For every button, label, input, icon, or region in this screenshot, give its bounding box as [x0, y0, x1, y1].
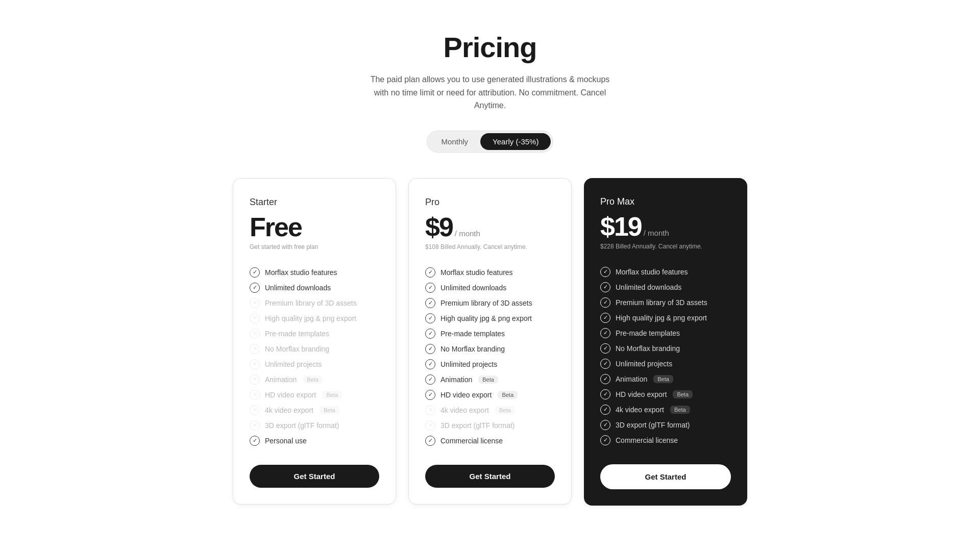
plan-card-promax: Pro Max$19/ month$228 Billed Annually. C…	[584, 178, 747, 506]
features-list-starter: ✓Morflax studio features✓Unlimited downl…	[250, 265, 379, 448]
page-subtitle: The paid plan allows you to use generate…	[368, 73, 612, 112]
x-icon: ✕	[425, 405, 435, 415]
feature-label: Morflax studio features	[265, 268, 337, 277]
check-icon: ✓	[250, 283, 260, 293]
feature-badge: Beta	[673, 390, 693, 398]
feature-label: Morflax studio features	[616, 268, 688, 276]
features-list-pro: ✓Morflax studio features✓Unlimited downl…	[425, 265, 555, 448]
feature-label: Unlimited downloads	[616, 283, 681, 291]
feature-label: High quality jpg & png export	[265, 314, 356, 322]
get-started-button-starter[interactable]: Get Started	[250, 465, 379, 488]
feature-label: Unlimited downloads	[265, 284, 331, 292]
x-icon: ✕	[250, 313, 260, 323]
check-icon: ✓	[250, 436, 260, 446]
x-icon: ✕	[250, 329, 260, 339]
feature-label: Premium library of 3D assets	[265, 299, 357, 307]
list-item: ✓4k video exportBeta	[600, 402, 731, 417]
list-item: ✓Unlimited downloads	[600, 280, 731, 295]
list-item: ✓Morflax studio features	[425, 265, 555, 280]
feature-badge: Beta	[498, 391, 518, 399]
list-item: ✕4k video exportBeta	[425, 403, 555, 418]
feature-badge: Beta	[653, 375, 673, 383]
list-item: ✓Morflax studio features	[600, 264, 731, 280]
list-item: ✓No Morflax branding	[600, 341, 731, 356]
check-icon: ✓	[425, 359, 435, 369]
list-item: ✓No Morflax branding	[425, 341, 555, 357]
feature-label: 4k video export	[440, 406, 489, 414]
feature-badge: Beta	[303, 375, 323, 384]
list-item: ✓Commercial license	[600, 433, 731, 448]
list-item: ✓Commercial license	[425, 433, 555, 448]
x-icon: ✕	[250, 359, 260, 369]
feature-label: 4k video export	[265, 406, 313, 414]
feature-badge: Beta	[320, 406, 339, 414]
feature-label: Pre-made templates	[440, 330, 505, 338]
check-icon: ✓	[600, 359, 610, 369]
list-item: ✓AnimationBeta	[600, 371, 731, 387]
check-icon: ✓	[425, 436, 435, 446]
feature-label: Commercial license	[616, 436, 678, 444]
list-item: ✕Premium library of 3D assets	[250, 295, 379, 311]
toggle-yearly[interactable]: Yearly (-35%)	[480, 133, 551, 150]
feature-label: Animation	[265, 375, 297, 384]
feature-label: Animation	[440, 375, 472, 384]
list-item: ✕HD video exportBeta	[250, 387, 379, 403]
list-item: ✓HD video exportBeta	[600, 387, 731, 402]
check-icon: ✓	[425, 374, 435, 385]
feature-label: Unlimited projects	[265, 360, 322, 368]
feature-label: 3D export (glTF format)	[265, 421, 339, 430]
plan-price-starter: Free	[250, 214, 379, 240]
get-started-button-pro[interactable]: Get Started	[425, 465, 555, 488]
price-period-pro: / month	[455, 229, 480, 238]
list-item: ✕3D export (glTF format)	[250, 418, 379, 433]
list-item: ✓Morflax studio features	[250, 265, 379, 280]
feature-label: HD video export	[616, 390, 667, 398]
x-icon: ✕	[250, 374, 260, 385]
feature-badge: Beta	[478, 375, 498, 384]
list-item: ✓Unlimited downloads	[425, 280, 555, 295]
check-icon: ✓	[600, 435, 610, 445]
plan-name-starter: Starter	[250, 197, 379, 208]
plan-card-starter: StarterFreeGet started with free plan✓Mo…	[233, 178, 396, 505]
check-icon: ✓	[425, 267, 435, 278]
plan-price-promax: $19/ month	[600, 213, 731, 240]
feature-label: Morflax studio features	[440, 268, 513, 277]
get-started-button-promax[interactable]: Get Started	[600, 464, 731, 489]
list-item: ✓Premium library of 3D assets	[600, 295, 731, 310]
billing-toggle: Monthly Yearly (-35%)	[427, 131, 554, 153]
list-item: ✕No Morflax branding	[250, 341, 379, 357]
check-icon: ✓	[600, 313, 610, 323]
feature-label: Premium library of 3D assets	[616, 298, 707, 307]
plan-name-pro: Pro	[425, 197, 555, 208]
feature-label: Unlimited downloads	[440, 284, 506, 292]
check-icon: ✓	[600, 374, 610, 384]
list-item: ✓Unlimited downloads	[250, 280, 379, 295]
billing-note-pro: $108 Billed Annually. Cancel anytime.	[425, 243, 555, 251]
feature-label: Unlimited projects	[616, 360, 672, 368]
price-period-promax: / month	[644, 229, 669, 237]
feature-badge: Beta	[322, 391, 342, 399]
list-item: ✓3D export (glTF format)	[600, 417, 731, 433]
x-icon: ✕	[250, 420, 260, 431]
feature-label: 3D export (glTF format)	[440, 421, 514, 430]
check-icon: ✓	[425, 329, 435, 339]
feature-label: Premium library of 3D assets	[440, 299, 532, 307]
toggle-monthly[interactable]: Monthly	[429, 133, 481, 150]
feature-label: High quality jpg & png export	[440, 314, 532, 322]
page-title: Pricing	[444, 31, 537, 64]
feature-label: Pre-made templates	[616, 329, 680, 337]
list-item: ✕4k video exportBeta	[250, 403, 379, 418]
list-item: ✕Pre-made templates	[250, 326, 379, 341]
price-amount-starter: Free	[250, 214, 302, 240]
feature-label: Personal use	[265, 437, 307, 445]
list-item: ✓Personal use	[250, 433, 379, 448]
check-icon: ✓	[600, 267, 610, 277]
feature-label: HD video export	[265, 391, 316, 399]
list-item: ✕AnimationBeta	[250, 372, 379, 387]
check-icon: ✓	[425, 313, 435, 323]
plans-container: StarterFreeGet started with free plan✓Mo…	[209, 178, 771, 506]
check-icon: ✓	[600, 420, 610, 430]
feature-label: 4k video export	[616, 406, 664, 414]
price-amount-pro: $9	[425, 214, 453, 240]
list-item: ✓Unlimited projects	[600, 356, 731, 371]
